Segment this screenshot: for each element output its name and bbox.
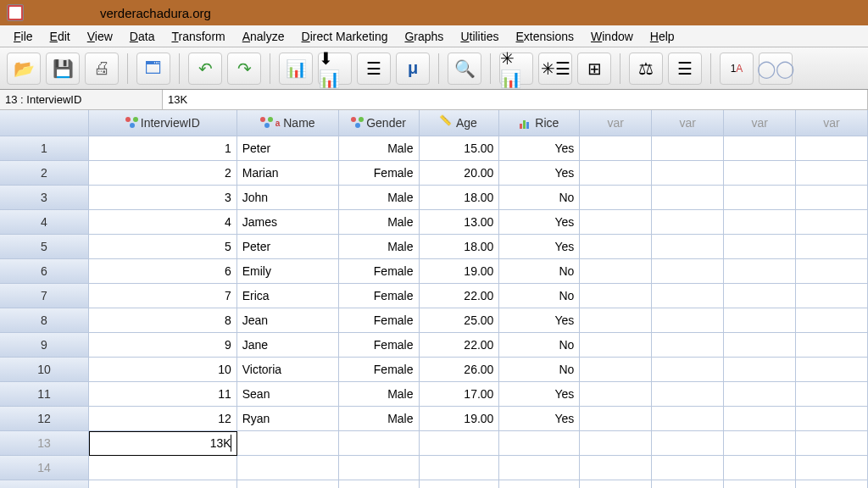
menu-help[interactable]: Help: [642, 27, 683, 46]
row-header[interactable]: 10: [0, 358, 89, 382]
cell[interactable]: Ryan: [237, 407, 339, 431]
cell[interactable]: [724, 407, 796, 431]
cell[interactable]: [796, 210, 868, 235]
cell[interactable]: 18.00: [420, 235, 500, 259]
cell[interactable]: No: [499, 333, 580, 358]
variables-button[interactable]: ☰: [357, 53, 391, 85]
cell[interactable]: 12: [89, 407, 237, 431]
cell[interactable]: Jane: [237, 333, 339, 358]
menu-view[interactable]: View: [79, 27, 121, 46]
cell[interactable]: [580, 186, 652, 210]
row-header[interactable]: 1: [0, 136, 89, 161]
cell[interactable]: [580, 259, 652, 284]
menu-data[interactable]: Data: [121, 27, 164, 46]
cell[interactable]: Male: [339, 407, 420, 431]
redo-button[interactable]: ↷: [227, 53, 261, 85]
cell[interactable]: [580, 136, 652, 161]
row-header[interactable]: 15: [0, 480, 89, 488]
cell[interactable]: Marian: [237, 161, 339, 186]
cell[interactable]: [580, 407, 652, 431]
cell[interactable]: Victoria: [237, 358, 339, 382]
cell-value-input[interactable]: 13K: [163, 90, 868, 109]
cell[interactable]: Male: [339, 136, 420, 161]
cell[interactable]: Jean: [237, 308, 339, 333]
menu-file[interactable]: File: [5, 27, 42, 46]
cell[interactable]: 13.00: [420, 210, 500, 235]
cell[interactable]: [580, 456, 652, 480]
menu-analyze[interactable]: Analyze: [234, 27, 293, 46]
column-header-rice[interactable]: Rice: [499, 110, 580, 136]
cell[interactable]: [796, 161, 868, 186]
row-header[interactable]: 8: [0, 308, 89, 333]
cell[interactable]: No: [499, 358, 580, 382]
cell[interactable]: [724, 308, 796, 333]
cell[interactable]: 26.00: [420, 358, 500, 382]
column-header-var[interactable]: var: [796, 110, 868, 136]
cell[interactable]: No: [499, 259, 580, 284]
cell[interactable]: [580, 210, 652, 235]
cell[interactable]: [796, 456, 868, 480]
cell[interactable]: Yes: [499, 407, 580, 431]
cell[interactable]: 9: [89, 333, 237, 358]
cell[interactable]: [652, 456, 724, 480]
cell[interactable]: 22.00: [420, 284, 500, 308]
goto-variable-button[interactable]: ⬇📊: [318, 53, 352, 85]
cell[interactable]: Yes: [499, 161, 580, 186]
split-file-button[interactable]: ⊞: [577, 53, 611, 85]
cell[interactable]: [420, 480, 500, 488]
cell[interactable]: Female: [339, 259, 420, 284]
cell[interactable]: [580, 161, 652, 186]
row-header[interactable]: 9: [0, 333, 89, 358]
cell[interactable]: [724, 431, 796, 456]
row-header[interactable]: 12: [0, 407, 89, 431]
cell[interactable]: [580, 431, 652, 456]
cell[interactable]: [724, 186, 796, 210]
cell[interactable]: No: [499, 186, 580, 210]
cell[interactable]: [499, 456, 580, 480]
cell[interactable]: [580, 284, 652, 308]
column-header-var[interactable]: var: [724, 110, 796, 136]
cell[interactable]: [724, 259, 796, 284]
column-header-gender[interactable]: Gender: [339, 110, 420, 136]
weight-cases-button[interactable]: ⚖: [629, 53, 663, 85]
cell[interactable]: [339, 456, 420, 480]
cell[interactable]: [724, 161, 796, 186]
column-header-age[interactable]: Age: [420, 110, 500, 136]
save-button[interactable]: 💾: [46, 53, 80, 85]
cell[interactable]: Male: [339, 210, 420, 235]
cell[interactable]: [652, 407, 724, 431]
cell[interactable]: [580, 333, 652, 358]
cell[interactable]: [89, 480, 237, 488]
cell[interactable]: Male: [339, 382, 420, 407]
cell[interactable]: John: [237, 186, 339, 210]
cell[interactable]: [796, 358, 868, 382]
menu-transform[interactable]: Transform: [163, 27, 233, 46]
cell[interactable]: [652, 333, 724, 358]
cell[interactable]: 25.00: [420, 308, 500, 333]
menu-graphs[interactable]: Graphs: [396, 27, 452, 46]
cell[interactable]: [796, 136, 868, 161]
cell[interactable]: [796, 407, 868, 431]
cell[interactable]: 10: [89, 358, 237, 382]
open-button[interactable]: 📂: [7, 53, 41, 85]
cell[interactable]: [339, 480, 420, 488]
cell[interactable]: [580, 480, 652, 488]
cell[interactable]: [652, 480, 724, 488]
cell[interactable]: Female: [339, 333, 420, 358]
cell[interactable]: [499, 431, 580, 456]
cell[interactable]: [580, 382, 652, 407]
cell[interactable]: Female: [339, 308, 420, 333]
cell[interactable]: [237, 456, 339, 480]
cell[interactable]: Female: [339, 161, 420, 186]
cell[interactable]: Yes: [499, 382, 580, 407]
cell[interactable]: Peter: [237, 136, 339, 161]
cell[interactable]: James: [237, 210, 339, 235]
cell[interactable]: 5: [89, 235, 237, 259]
column-header-interviewid[interactable]: InterviewID: [89, 110, 237, 136]
cell[interactable]: 4: [89, 210, 237, 235]
select-cases-button[interactable]: ☰: [668, 53, 702, 85]
cell[interactable]: 13K: [89, 431, 237, 456]
insert-variable-button[interactable]: ✳☰: [538, 53, 572, 85]
cell[interactable]: [580, 358, 652, 382]
find-button[interactable]: 🔍: [448, 53, 481, 85]
